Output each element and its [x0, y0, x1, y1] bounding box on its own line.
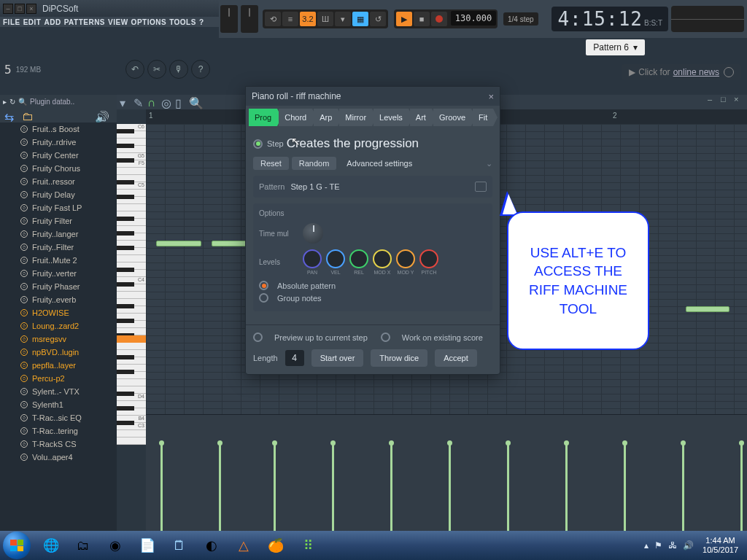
dialog-close-button[interactable]: ×: [488, 91, 494, 102]
piano-key[interactable]: [117, 146, 146, 153]
advanced-link[interactable]: Advanced settings: [339, 157, 419, 170]
level-knob-pitch[interactable]: PITCH: [419, 249, 438, 275]
browser-item[interactable]: Fruity Center: [0, 149, 117, 162]
news-bar[interactable]: ▶ Click for online news: [622, 64, 741, 80]
browser-item[interactable]: Fruit..s Boost: [0, 122, 117, 136]
proll-tool-zoom[interactable]: 🔍: [189, 96, 201, 108]
piano-keys[interactable]: C6G5F5C5C4D4B4C3: [117, 124, 146, 414]
velocity-bar[interactable]: [565, 443, 568, 531]
level-knob-rel[interactable]: REL: [349, 249, 368, 275]
tab-chord[interactable]: Chord: [279, 109, 312, 126]
browser-item[interactable]: Volu..aper4: [0, 451, 117, 464]
note[interactable]: [156, 241, 201, 246]
level-knob-pan[interactable]: PAN: [303, 249, 322, 275]
tab-arp[interactable]: Arp: [314, 109, 338, 126]
close-button[interactable]: ×: [26, 4, 36, 14]
stop-button[interactable]: ■: [414, 12, 430, 26]
piano-key[interactable]: [117, 204, 146, 211]
master-pitch-knob[interactable]: [241, 5, 258, 33]
pattern-browse-button[interactable]: [475, 182, 487, 192]
menu-add[interactable]: ADD: [44, 18, 61, 26]
tab-fit[interactable]: Fit: [473, 109, 493, 126]
velocity-bar[interactable]: [390, 443, 392, 531]
taskbar-vlc[interactable]: △: [229, 534, 258, 556]
proll-tool-select[interactable]: ▯: [175, 96, 187, 108]
collapse-icon[interactable]: ⌄: [486, 159, 492, 168]
browser-item[interactable]: Fruity..rdrive: [0, 136, 117, 149]
velocity-bar[interactable]: [682, 443, 684, 531]
piano-key[interactable]: [117, 408, 146, 416]
piano-key[interactable]: [117, 438, 146, 445]
piano-key[interactable]: [117, 284, 146, 292]
velocity-bar[interactable]: [740, 443, 743, 531]
menu-help[interactable]: ?: [199, 18, 204, 26]
menu-file[interactable]: FILE: [3, 18, 20, 26]
velocity-bar[interactable]: [624, 443, 626, 531]
browser-item[interactable]: Sylenth1: [0, 398, 117, 411]
browser-tab-all[interactable]: ⇆: [4, 110, 18, 120]
proll-maximize[interactable]: □: [721, 95, 731, 105]
browser-item[interactable]: Fruity Delay: [0, 188, 117, 201]
taskbar-notes[interactable]: 🗒: [165, 534, 194, 556]
browser-item[interactable]: Fruit..Mute 2: [0, 254, 117, 267]
level-knob-mod y[interactable]: MOD Y: [396, 249, 415, 275]
piano-key[interactable]: C5: [117, 182, 146, 190]
piano-key[interactable]: [117, 219, 146, 226]
tray-flag-icon[interactable]: ⚑: [654, 540, 662, 551]
reset-button[interactable]: Reset: [253, 157, 289, 170]
start-over-button[interactable]: Start over: [311, 349, 364, 367]
browser-item[interactable]: Fruity..verter: [0, 267, 117, 280]
piano-key[interactable]: [117, 270, 146, 277]
pattern-selector[interactable]: Pattern 6▾: [586, 39, 645, 55]
pat-button[interactable]: ⟲: [265, 12, 281, 26]
velocity-bar[interactable]: [449, 443, 451, 531]
proll-close[interactable]: ×: [734, 95, 744, 105]
taskbar-flstudio[interactable]: 🍊: [261, 534, 290, 556]
velocity-bar[interactable]: [274, 443, 276, 531]
proll-minimize[interactable]: –: [708, 95, 718, 105]
tab-groove[interactable]: Groove: [433, 109, 471, 126]
level-knob-vel[interactable]: VEL: [326, 249, 345, 275]
throw-dice-button[interactable]: Throw dice: [371, 349, 427, 367]
taskbar-chrome[interactable]: ◉: [101, 534, 130, 556]
random-button[interactable]: Random: [292, 157, 337, 170]
countdown-button[interactable]: Ш: [317, 12, 333, 26]
proll-menu-icon[interactable]: ▾: [120, 96, 131, 108]
piano-key[interactable]: [117, 379, 146, 386]
maximize-button[interactable]: □: [15, 4, 25, 14]
pattern-value[interactable]: Step 1 G - TE: [290, 182, 339, 191]
play-button[interactable]: ▶: [396, 12, 412, 26]
piano-key[interactable]: [117, 306, 146, 314]
menu-view[interactable]: VIEW: [108, 18, 128, 26]
browser-item[interactable]: T-Rac..tering: [0, 424, 117, 438]
mic-button[interactable]: 🎙: [169, 60, 188, 79]
velocity-lane[interactable]: [146, 414, 747, 531]
browser-tab-sound[interactable]: 🔊: [95, 110, 108, 120]
piano-key[interactable]: [117, 131, 146, 139]
proll-tool-magnet[interactable]: ∩: [147, 96, 159, 108]
piano-key[interactable]: [117, 430, 146, 438]
browser-item[interactable]: Fruity..langer: [0, 228, 117, 241]
browser-item[interactable]: T-Rac..sic EQ: [0, 411, 117, 424]
tab-prog[interactable]: Prog: [249, 109, 277, 126]
piano-key[interactable]: [117, 372, 146, 379]
piano-key[interactable]: [117, 168, 146, 175]
browser-item[interactable]: Fruity..Filter: [0, 241, 117, 254]
help-button[interactable]: ?: [191, 60, 210, 79]
snap-selector[interactable]: 1/4 step: [503, 12, 538, 26]
time-counter[interactable]: 4:15 :12 B:S:T: [551, 7, 668, 31]
piano-key[interactable]: [117, 343, 146, 350]
taskbar-pdf[interactable]: 📄: [133, 534, 162, 556]
taskbar-explorer[interactable]: 🗂: [69, 534, 98, 556]
menu-options[interactable]: OPTIONS: [131, 18, 167, 26]
level-knob-mod x[interactable]: MOD X: [373, 249, 392, 275]
piano-key[interactable]: F5: [117, 160, 146, 168]
wait-button[interactable]: ▾: [335, 12, 351, 26]
browser-item[interactable]: pepfla..layer: [0, 359, 117, 372]
velocity-bar[interactable]: [507, 443, 509, 531]
group-radio[interactable]: [259, 293, 268, 303]
tray-network-icon[interactable]: 🖧: [668, 540, 677, 551]
menu-edit[interactable]: EDIT: [23, 18, 42, 26]
browser-item[interactable]: msregsvv: [0, 332, 117, 346]
loop-button[interactable]: ↺: [370, 12, 386, 26]
